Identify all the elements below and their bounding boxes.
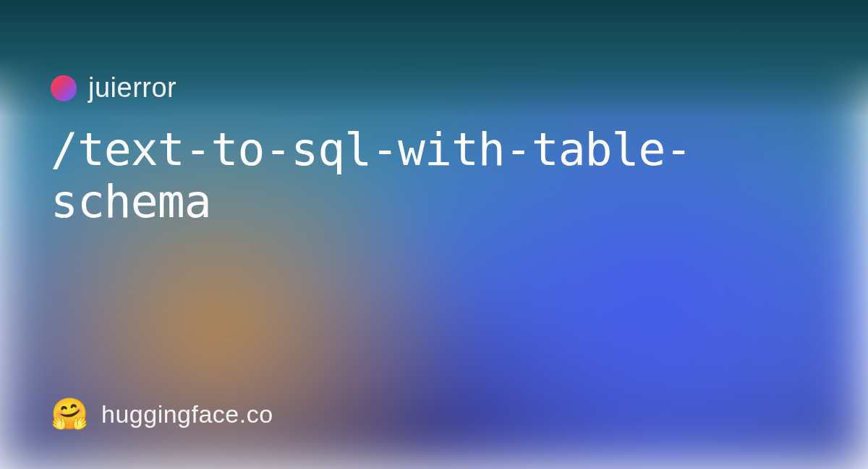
huggingface-emoji-icon: 🤗 [51,399,88,429]
footer-row: 🤗 huggingface.co [51,399,817,429]
author-row: juierror [51,72,817,103]
card-content: juierror /text-to-sql-with-table-schema … [0,0,868,469]
author-avatar-icon [51,75,77,101]
site-name: huggingface.co [101,400,273,428]
author-name: juierror [88,72,176,103]
spacer [51,229,817,399]
model-name: /text-to-sql-with-table-schema [51,124,817,229]
